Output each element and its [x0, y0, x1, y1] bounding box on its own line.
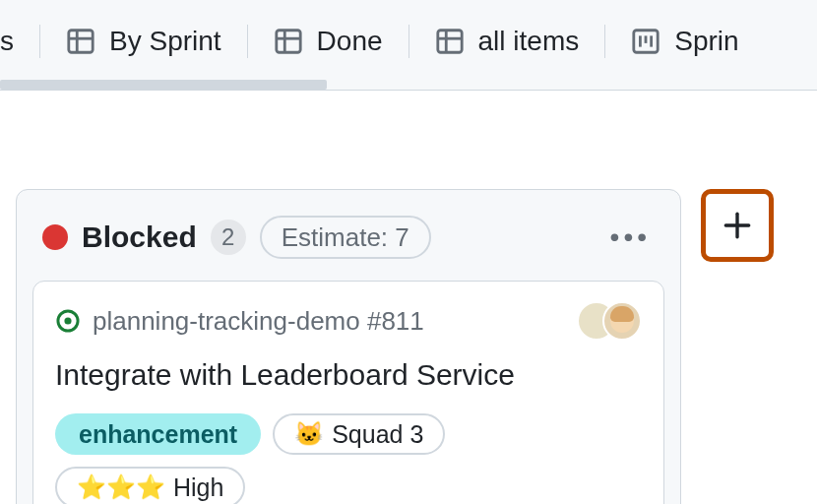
- tab-all-items[interactable]: all items: [435, 26, 580, 57]
- card-header: planning-tracking-demo #811: [55, 301, 642, 341]
- plus-icon: [721, 209, 754, 242]
- column-blocked: Blocked 2 Estimate: 7 ••• planning-track…: [16, 189, 681, 504]
- label-priority[interactable]: ⭐⭐⭐ High: [55, 467, 245, 504]
- board-area: Blocked 2 Estimate: 7 ••• planning-track…: [0, 91, 817, 504]
- tab-done[interactable]: Done: [274, 26, 383, 57]
- label-text: High: [173, 473, 223, 502]
- tab-label: Done: [317, 26, 383, 57]
- tab-label: By Sprint: [109, 26, 221, 57]
- view-tabs: s By Sprint Done: [0, 0, 817, 83]
- issue-reference[interactable]: planning-tracking-demo #811: [93, 306, 565, 337]
- svg-point-14: [64, 317, 71, 324]
- issue-title: Integrate with Leaderboard Service: [55, 358, 642, 392]
- kebab-icon: •••: [610, 221, 651, 252]
- view-tabstrip: s By Sprint Done: [0, 0, 817, 91]
- label-text: Squad 3: [332, 420, 423, 449]
- avatar[interactable]: [602, 301, 642, 341]
- column-title: Blocked: [82, 220, 197, 254]
- issue-card[interactable]: planning-tracking-demo #811 Integrate wi…: [32, 281, 664, 504]
- tab-sprint-board[interactable]: Sprin: [631, 26, 738, 57]
- svg-rect-3: [276, 31, 299, 53]
- tab-separator: [247, 25, 248, 58]
- tab-separator: [408, 25, 409, 58]
- tab-separator: [39, 25, 40, 58]
- tab-truncated-left: s: [0, 26, 14, 57]
- add-column-button[interactable]: [701, 189, 774, 262]
- tab-by-sprint[interactable]: By Sprint: [66, 26, 221, 57]
- tab-label: Sprin: [674, 26, 738, 57]
- board-icon: [631, 27, 660, 56]
- open-issue-icon: [55, 308, 81, 334]
- label-squad[interactable]: 🐱 Squad 3: [273, 413, 445, 455]
- horizontal-scrollbar[interactable]: [0, 80, 327, 90]
- label-enhancement[interactable]: enhancement: [55, 413, 261, 455]
- assignee-avatars[interactable]: [577, 301, 642, 341]
- table-icon: [274, 27, 303, 56]
- svg-rect-0: [69, 31, 93, 53]
- card-labels: enhancement 🐱 Squad 3 ⭐⭐⭐ High: [55, 413, 642, 504]
- table-icon: [435, 27, 465, 56]
- column-header: Blocked 2 Estimate: 7 •••: [32, 206, 664, 281]
- table-icon: [66, 27, 95, 56]
- tab-separator: [604, 25, 605, 58]
- cat-emoji-icon: 🐱: [294, 422, 324, 446]
- column-estimate-badge: Estimate: 7: [260, 216, 431, 259]
- star-emoji-icon: ⭐⭐⭐: [77, 475, 165, 499]
- status-dot-icon: [42, 224, 68, 250]
- column-count-badge: 2: [211, 220, 246, 255]
- column-menu-button[interactable]: •••: [602, 216, 659, 259]
- svg-rect-6: [437, 31, 461, 53]
- tab-label: all items: [478, 26, 580, 57]
